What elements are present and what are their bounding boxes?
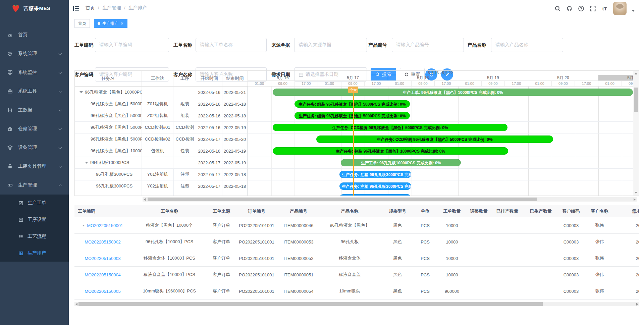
gantt-grid-row[interactable]: 96孔移液盒【黑色】5000PCSZ01组装机组装2022-05-162022-… [75,98,248,110]
work-order-code-link[interactable]: MO202205150002 [85,239,121,245]
sidebar-subitem-工艺流程[interactable]: 工艺流程 [0,228,69,245]
filter-input-工单编码[interactable]: 请输入工单编码 [95,38,169,52]
sidebar-subitem-生产工单[interactable]: 生产工单 [0,195,69,211]
cell-product_code: ITEM00000052 [278,250,319,266]
avatar-dropdown-caret-icon[interactable] [632,10,635,12]
gantt-grid-row[interactable]: 96孔孔板3000PCSY02注塑机注塑2022-05-172022-05-18 [75,180,248,192]
breadcrumb-separator: / [98,5,99,11]
filter-input-来源单据[interactable]: 请输入来源单据 [294,38,367,52]
sidebar-subitem-工序设置[interactable]: 工序设置 [0,211,69,228]
column-header-产品名称: 产品名称 [319,205,381,217]
gantt-grid-row[interactable]: 96孔移液盒【黑色】10000PCS2022-05-162022-05-21 [75,87,248,98]
gantt-hour-tick: 17:00 [365,81,388,86]
table-horizontal-scrollbar[interactable] [74,302,639,306]
filter-label-工单名称: 工单名称 [173,38,192,52]
row-expand-caret-icon[interactable] [82,225,85,226]
gantt-task-bar[interactable]: 生产任务: 注塑 96孔孔板3000PCS 完成比例: 0% [339,182,411,190]
gantt-vertical-scrollbar[interactable] [633,71,639,196]
cell-produced_qty [525,217,557,233]
help-icon[interactable] [578,5,584,12]
work-order-row[interactable]: MO202205150004移液盒盒盖【10000】PCS客户订单PO20220… [74,267,639,283]
close-icon[interactable] [120,22,124,25]
tab-生产排产[interactable]: 生产排产 [94,19,127,28]
input-placeholder: 请输入产品名称 [495,42,528,48]
work-order-row[interactable]: MO20220515000510mm吸头【960000】PCS客户订单PO202… [74,283,639,300]
work-order-code-link[interactable]: MO202205150005 [85,289,121,294]
gantt-grid-row[interactable]: 96孔孔板10000PCS2022-05-172022-05-19 [75,157,248,169]
breadcrumb-item[interactable]: 生产管理 [102,5,121,11]
gantt-task-bar[interactable]: 生产任务: CCD检测 96孔移液盒【黑色】5000PCS 完成比例: 0% [273,124,507,131]
filter-input-工单名称[interactable]: 请输入工单名称 [196,38,267,52]
scroll-up-arrow[interactable] [635,72,637,74]
gantt-grid-row[interactable]: 96孔移液盒【黑色】5000PCSCCD检测#01CCD检测2022-05-16… [75,122,248,133]
scrollbar-thumb[interactable] [634,88,638,112]
gantt-grid-row[interactable]: 96孔移液盒【黑色】5000PCSZ02组装机组装2022-05-162022-… [75,110,248,122]
sidebar-item-仓储管理[interactable]: 仓储管理 [0,119,69,138]
gantt-grid-row[interactable]: 96孔移液盒【黑色】10000PCS包装机包装2022-05-162022-05… [75,145,248,157]
gantt-grid-row[interactable]: 96孔移液盒【黑色】5000PCSCCD检测#02CCD检测2022-05-17… [75,133,248,145]
fullscreen-icon[interactable] [590,5,596,12]
sidebar-item-label: 生产管理 [18,182,37,188]
github-icon[interactable] [566,5,573,12]
sidebar-item-设备管理[interactable]: 设备管理 [0,138,69,157]
filter-input-产品编号[interactable]: 请输入产品编号 [392,38,464,52]
tab-首页[interactable]: 首页 [74,19,90,28]
sidebar-item-首页[interactable]: 首页 [0,25,69,44]
cell-source: 客户订单 [208,283,235,299]
sidebar-item-主数据[interactable]: 主数据 [0,101,69,119]
scroll-left-arrow[interactable] [144,198,146,201]
sidebar-item-系统管理[interactable]: 系统管理 [0,44,69,63]
work-order-code-link[interactable]: MO202205150001 [87,223,123,228]
gantt-grid-row[interactable]: 96孔孔板3000PCSY01注塑机注塑2022-05-172022-05-18 [75,169,248,180]
scroll-right-arrow[interactable] [636,303,638,306]
gantt-day-5月 18: 5月 18 [388,75,458,80]
sidebar-collapse-icon[interactable] [73,5,79,12]
tree-expand-caret-icon[interactable] [85,162,88,164]
scroll-left-arrow[interactable] [75,303,77,306]
sidebar-item-生产管理[interactable]: 生产管理 [0,176,69,195]
column-header-工单来源: 工单来源 [208,205,235,217]
search-icon[interactable] [554,5,561,12]
work-order-code-link[interactable]: MO202205150004 [85,272,121,277]
work-order-row[interactable]: MO202205150003移液盒盒体【10000】PCS客户订单PO20220… [74,250,639,267]
gantt-timeline-row: 生产任务: 包装 96孔移液盒【黑色】10000PCS 完成比例: 0% [248,145,633,157]
scrollbar-thumb[interactable] [148,198,537,201]
cell-work_order_name: 移液盒【黑色】10000个 [131,217,208,233]
sidebar-item-系统工具[interactable]: 系统工具 [0,82,69,101]
cell-order_no: PO202205101001 [235,267,278,283]
cell-qty: 10000 [436,217,468,233]
gantt-task-bar[interactable]: 生产任务: 注塑 96孔孔板3000PCS 完成比例: 0% [339,194,411,196]
user-avatar[interactable] [613,2,627,15]
app-logo[interactable]: 苦糖果MES [0,0,69,17]
gantt-task-bar[interactable]: 生产任务: 组装 96孔移液盒【黑色】5000PCS 完成比例: 0% [294,112,410,119]
navbar-actions: tT [554,0,635,17]
gantt-grid-row[interactable]: 96孔孔板3000PCSY03注塑机注塑2022-05-172022-05-18 [75,192,248,196]
gantt-workstation-cell: Y03注塑机 [142,192,174,196]
sidebar-item-系统监控[interactable]: 系统监控 [0,63,69,82]
breadcrumb-item[interactable]: 首页 [86,5,95,11]
tree-expand-caret-icon[interactable] [79,91,83,93]
gantt-task-bar[interactable]: 生产任务: 注塑 96孔孔板3000PCS 完成比例: 0% [339,171,411,178]
fontsize-icon[interactable]: tT [601,5,608,12]
cell-work_order_code: MO202205150005 [74,283,131,299]
scroll-right-arrow[interactable] [634,198,636,201]
scroll-down-arrow[interactable] [635,192,637,194]
filter-input-产品名称[interactable]: 请输入产品名称 [491,38,563,52]
work-order-row[interactable]: MO202205150001移液盒【黑色】10000个客户订单PO2022051… [74,217,639,234]
gantt-process-cell: 注塑 [174,180,197,192]
scrollbar-thumb[interactable] [78,302,543,306]
cell-unit: PCS [414,217,436,233]
work-order-row[interactable]: MO20220515000296孔孔板【10000】PCS客户订单PO20220… [74,234,639,250]
gantt-hour-tick: 01:00 [458,81,482,86]
work-order-code-link[interactable]: MO202205150003 [85,256,121,261]
gantt-horizontal-scrollbar[interactable] [143,197,637,202]
gantt-task-bar[interactable]: 生产任务: 组装 96孔移液盒【黑色】5000PCS 完成比例: 0% [294,100,410,108]
today-marker-line [353,87,354,196]
sidebar-item-工装夹具管理[interactable]: 工装夹具管理 [0,157,69,176]
gantt-task-bar[interactable]: 生产任务: 包装 96孔移液盒【黑色】10000PCS 完成比例: 0% [273,147,508,155]
sidebar-subitem-生产排产[interactable]: 生产排产 [0,245,69,262]
gantt-project-bar[interactable]: 生产工单: 96孔孔板10000PCS 完成比例: 0% [341,159,461,166]
gantt-task-bar[interactable]: 生产任务: CCD检测 96孔移液盒【黑色】5000PCS 完成比例: 0% [316,136,553,143]
cell-order_no: PO202205101001 [235,217,278,233]
gantt-project-bar[interactable]: 生产工单: 96孔移液盒【黑色】10000PCS 完成比例: 0% [273,89,633,96]
